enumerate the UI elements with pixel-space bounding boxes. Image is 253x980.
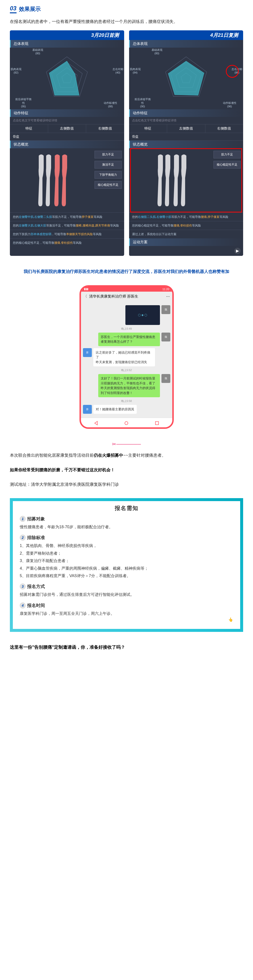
overall-title-right: 总体表现: [129, 40, 243, 48]
svg-rect-12: [156, 422, 159, 425]
tab-left-value[interactable]: 左侧数值: [167, 124, 205, 133]
play-icon[interactable]: ▶: [234, 248, 241, 254]
chat-message: 我 太好了！我们一月前测试的时候报告显示双腿肌肉无力，平衡性也不佳，看了昨天的复…: [83, 374, 170, 397]
phone-status-bar: ▮▮▮ 11:20: [81, 287, 172, 292]
tabs-left: 特征 左侧数值 右侧数值: [10, 124, 124, 133]
signup-section-body: 慢性腰痛患者，年龄为18-70岁，能积极配合治疗者。: [20, 523, 233, 531]
tag[interactable]: 肌力不足: [94, 151, 122, 158]
anatomy-figure-left: [12, 151, 92, 210]
body-icon: [34, 153, 71, 207]
tab-feature[interactable]: 特征: [10, 124, 48, 133]
svg-marker-4: [49, 61, 79, 95]
signup-section-title: 4 报名时间: [20, 603, 233, 608]
chat-timestamp: 晚上5:52: [83, 368, 170, 372]
radar-chart-icon: [40, 51, 94, 106]
subrow-right: 骨盆: [129, 133, 243, 141]
radar-left: 基础表现(80) 左右对称(40) 动作标准性(88) 前后表链平衡性(95) …: [10, 48, 124, 109]
radar-label: 前后表链平衡性(90): [134, 97, 151, 108]
chat-bubble: 对！她腰痛最主要的原因其: [93, 405, 137, 414]
signup-section-body: 康复医学科门诊，周一至周五全天门诊，周六上午诊。: [20, 610, 233, 617]
anatomy-right: 肌力不足 核心稳定性不足: [129, 148, 243, 212]
signup-intro-2: 如果你经常受到腰痛的折磨，千万不要错过这次好机会！: [0, 464, 253, 479]
chat-bubble: 太好了！我们一月前测试的时候报告显示双腿肌肉无力，平衡性也不佳，看了昨天的复测报…: [98, 374, 160, 397]
chat-message: 我 ◯ ◉ ◯: [83, 305, 170, 325]
radar-right: 基础表现(80) 左右对称(86) 动作标准性(96) 前后表链平衡性(90) …: [129, 48, 243, 109]
signal-icon: ▮▮▮: [84, 288, 88, 291]
more-icon[interactable]: ⋯: [166, 294, 170, 299]
signup-section-label: 报名方式: [27, 584, 45, 589]
exclusion-item: 3、康复治疗不能配合患者；: [20, 557, 233, 565]
tag[interactable]: 肌力不足: [213, 151, 241, 158]
exclusion-item: 4、严重心脑血管疾病，严重的周围神经疾病，偏瘫、截瘫、精神疾病等；: [20, 565, 233, 572]
panel-date-after: 4月21日复测: [129, 30, 243, 40]
panel-date-before: 3月20日首测: [10, 30, 124, 40]
pointing-hand-icon: 👆: [20, 617, 233, 622]
avatar-icon: 我: [161, 305, 170, 314]
chat-message: 苏 比之前好多了，她说已经感觉不到疼痛了 昨天来复测，发现腰痛症状已经消失: [83, 348, 170, 367]
status-time: 11:20: [162, 288, 169, 291]
nav-home-icon[interactable]: [124, 421, 129, 425]
tag[interactable]: 激活不足: [94, 161, 122, 169]
chat-bubble: 苏医生，一个月前那位严重慢性腰痛患者复测结果怎么样了？: [98, 332, 160, 346]
chat-message: 苏 对！她腰痛最主要的原因其: [83, 405, 170, 414]
radar-label: 左右对称(86): [228, 67, 243, 74]
tab-left-value[interactable]: 左侧数值: [48, 124, 86, 133]
intro-paragraph: 在报名测试的患者中，一位有着严重慢性腰痛的患者经过一个月的训练后，腰痛症状消失。: [0, 16, 253, 30]
anatomy-left: 肌力不足 激活不足 下肢平衡能力 核心稳定性不足: [10, 148, 124, 212]
radar-label: 基础表现(80): [29, 48, 46, 55]
chat-bubble: 比之前好多了，她说已经感觉不到疼痛了 昨天来复测，发现腰痛症状已经消失: [93, 348, 155, 367]
radar-label: 动作标准性(88): [102, 101, 119, 108]
tab-right-value[interactable]: 右侧数值: [205, 124, 243, 133]
plan-title-right: 运动方案: [129, 238, 243, 246]
subrow-left: 骨盆: [10, 133, 124, 141]
chat-message: 我 苏医生，一个月前那位严重慢性腰痛患者复测结果怎么样了？: [83, 332, 170, 346]
comparison-panels: 3月20日首测 总体表现 基础表现(80) 左右对称(40) 动作标准性(88)…: [0, 30, 253, 263]
tag[interactable]: 核心稳定性不足: [94, 181, 122, 189]
nav-back-icon[interactable]: [94, 421, 98, 425]
radar-label: 左右对称(40): [109, 67, 124, 74]
chat-timestamp: 晚上5:58: [83, 399, 170, 403]
back-icon[interactable]: 〈: [83, 294, 87, 299]
tag[interactable]: 核心稳定性不足: [213, 161, 241, 169]
signup-section-label: 排除标准: [27, 535, 45, 541]
finding: 您的核心稳定性不足，可能导致腰痛,脊柱损伤等风险: [129, 221, 243, 230]
tab-right-value[interactable]: 右侧数值: [86, 124, 124, 133]
signup-section-body: 招募对象需门诊挂号，通过医生筛查后方可进行智能化评估测试。: [20, 591, 233, 598]
section-number: 03: [10, 5, 16, 13]
tag[interactable]: 下肢平衡能力: [94, 171, 122, 179]
signup-section-title: 2 排除标准: [20, 535, 233, 541]
svg-marker-10: [95, 422, 97, 425]
finding: 通过上述，系统给出以下运动方案: [129, 230, 243, 238]
avatar-icon: 苏: [83, 348, 92, 357]
anatomy-tags-right: 肌力不足 核心稳定性不足: [213, 151, 241, 210]
tabs-right: 特征 左侧数值 右侧数值: [129, 124, 243, 133]
image-message[interactable]: ◯ ◉ ◯: [126, 305, 160, 325]
avatar-icon: 我: [161, 374, 170, 383]
number-badge: 3: [20, 584, 25, 589]
signup-section-label: 报名时间: [27, 603, 45, 608]
scissors-divider-icon: ✂───────: [0, 439, 253, 450]
tab-feature[interactable]: 特征: [129, 124, 167, 133]
signup-section-body: 1、其他肌肉、骨骼、神经系统损伤等疾病， 2、需要严格制动患者； 3、康复治疗不…: [20, 542, 233, 579]
phone-mockup: ▮▮▮ 11:20 〈 清华长庚康复科治疗师 苏医生 ⋯ 我 ◯ ◉ ◯ 晚上5…: [0, 280, 253, 439]
finding: 您的左侧臀大肌,右侧大肌等激活不足，可能导致腰椎,腰椎间盘,踝关节疼痛等风险: [10, 221, 124, 230]
finding: 您的左侧臀中肌,右侧臀二头肌等肌力不足，可能导致脖子僵直等风险: [10, 212, 124, 221]
status-title-right: 状态概览: [129, 141, 243, 148]
overall-title-left: 总体表现: [10, 40, 124, 48]
panel-before: 3月20日首测 总体表现 基础表现(80) 左右对称(40) 动作标准性(88)…: [10, 30, 124, 256]
radar-label: 动作标准性(96): [221, 101, 238, 108]
signup-section-label: 招募对象: [27, 516, 45, 522]
exclusion-item: 5、目前疾病疼痛程度严重，VAS评分＞7分，不能配合训练者。: [20, 572, 233, 579]
signup-section-title: 3 报名方式: [20, 584, 233, 589]
signup-intro-1: 本次联合推出的智能化居家康复指导活动目前仍在火爆招募中~~主要针对腰痛患者。: [0, 450, 253, 464]
anatomy-tags-left: 肌力不足 激活不足 下肢平衡能力 核心稳定性不足: [94, 151, 122, 210]
nav-recent-icon[interactable]: [155, 421, 159, 425]
avatar-icon: 苏: [83, 405, 92, 414]
radar-label: 前后表链平衡性(95): [15, 97, 32, 108]
panel-after: 4月21日复测 总体表现 基础表现(80) 左右对称(86) 动作标准性(96)…: [129, 30, 243, 256]
avatar-icon: 我: [161, 332, 170, 342]
chat-header: 〈 清华长庚康复科治疗师 苏医生 ⋯: [81, 292, 172, 301]
exclusion-item: 2、需要严格制动患者；: [20, 550, 233, 557]
finding: 您的下肢肌力部本体感觉较弱，可能导致单侧膝关节损伤风险等风险: [10, 230, 124, 238]
finding: 您的右侧股二头肌,右侧臀小肌等肌力不足，可能导致腰痛,脖子僵直等风险: [129, 212, 243, 221]
